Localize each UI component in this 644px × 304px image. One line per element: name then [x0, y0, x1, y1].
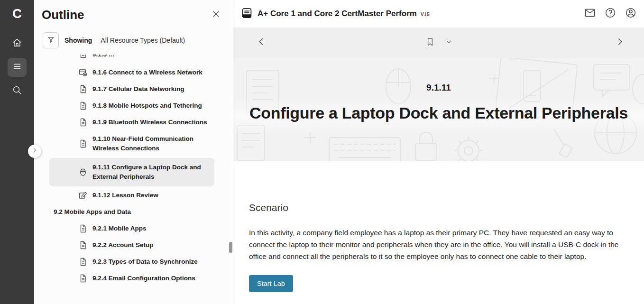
lesson-number: 9.1.11 — [233, 83, 644, 93]
outline-item-label: 9.2.3 Types of Data to Synchronize — [92, 257, 198, 267]
outline-item-label: 9.2 Mobile Apps and Data — [54, 207, 131, 217]
chevron-right-icon — [31, 147, 38, 156]
outline-item[interactable]: 9.1.9 Bluetooth Wireless Connections — [79, 118, 233, 127]
lesson-hero-banner: 9.1.11 Configure a Laptop Dock and Exter… — [233, 58, 644, 161]
search-button[interactable] — [8, 82, 27, 101]
course-version: V15 — [421, 11, 430, 17]
outline-item-label: 9.2.2 Account Setup — [92, 240, 154, 250]
document-icon — [79, 85, 87, 93]
outline-scrollbar-thumb[interactable] — [229, 242, 232, 253]
outline-item[interactable]: 9.1.5 … — [79, 55, 233, 61]
chevron-down-icon — [446, 38, 452, 47]
outline-item[interactable]: 9.2.1 Mobile Apps — [79, 224, 233, 233]
document-icon — [79, 118, 87, 127]
outline-item[interactable]: 9.1.12 Lesson Review — [79, 191, 233, 200]
outline-panel: Outline Showing All Resource Types (Defa… — [34, 0, 233, 304]
outline-item-label: 9.1.6 Connect to a Wireless Network — [92, 68, 202, 77]
outline-panel-title: Outline — [42, 8, 84, 22]
outline-item[interactable]: 9.2.4 Email Configuration Options — [79, 274, 233, 283]
filter-button[interactable] — [43, 32, 59, 48]
outline-list: 9.1.5 …9.1.6 Connect to a Wireless Netwo… — [34, 55, 233, 295]
course-title: A+ Core 1 and Core 2 CertMaster Perform — [258, 9, 417, 18]
previous-page-button[interactable] — [257, 37, 266, 48]
edit-icon — [79, 191, 87, 200]
filter-funnel-icon — [47, 36, 55, 46]
collapse-panel-button[interactable] — [28, 145, 41, 158]
home-button[interactable] — [8, 34, 27, 53]
outline-item-label: 9.1.12 Lesson Review — [92, 191, 158, 200]
lesson-title: Configure a Laptop Dock and External Per… — [233, 104, 644, 122]
mouse-icon — [79, 168, 87, 176]
comptia-logo: C — [0, 0, 34, 28]
bookmark-button[interactable] — [425, 37, 435, 49]
outline-item-label: 9.1.10 Near-Field Communication Wireless… — [92, 134, 212, 153]
outline-item[interactable]: 9.1.10 Near-Field Communication Wireless… — [79, 134, 233, 153]
chevron-left-icon — [257, 37, 266, 48]
help-button[interactable] — [605, 7, 616, 20]
account-icon — [625, 7, 636, 20]
outline-item-label: 9.1.5 … — [92, 55, 115, 59]
main-area: A+ Core 1 and Core 2 CertMaster Perform … — [233, 0, 644, 304]
outline-item[interactable]: 9.2.3 Types of Data to Synchronize — [79, 257, 233, 267]
lesson-content: Scenario In this activity, a company fie… — [233, 161, 644, 304]
search-icon — [12, 85, 22, 97]
home-icon — [12, 37, 22, 50]
outline-item[interactable]: 9.2.2 Account Setup — [79, 240, 233, 250]
messages-button[interactable] — [584, 7, 596, 20]
resource-filter-value: All Resource Types (Default) — [101, 37, 185, 44]
icon-rail: C — [0, 0, 34, 304]
start-lab-button[interactable]: Start Lab — [249, 275, 293, 292]
help-icon — [605, 7, 616, 20]
outline-item-label: 9.1.11 Configure a Laptop Dock and Exter… — [92, 163, 210, 182]
document-icon — [79, 55, 87, 58]
outline-item[interactable]: 9.1.8 Mobile Hotspots and Tethering — [79, 101, 233, 111]
outline-button[interactable] — [8, 58, 27, 77]
outline-item[interactable]: 9.1.7 Cellular Data Networking — [79, 84, 233, 94]
outline-item-label: 9.1.8 Mobile Hotspots and Tethering — [92, 101, 202, 111]
outline-item-label: 9.2.1 Mobile Apps — [92, 224, 147, 233]
demo-icon — [79, 68, 87, 77]
lesson-navbar — [233, 28, 644, 58]
document-icon — [79, 139, 87, 148]
outline-item-label: 9.1.7 Cellular Data Networking — [92, 84, 184, 94]
mail-icon — [584, 7, 596, 20]
close-icon — [212, 9, 221, 20]
scenario-heading: Scenario — [249, 202, 644, 213]
account-button[interactable] — [625, 7, 636, 20]
outline-item-label: 9.2.4 Email Configuration Options — [92, 274, 195, 283]
showing-label: Showing — [64, 37, 92, 44]
outline-section-header[interactable]: 9.2 Mobile Apps and Data — [54, 207, 233, 217]
document-icon — [79, 241, 87, 249]
outline-item[interactable]: 9.1.6 Connect to a Wireless Network — [79, 68, 233, 77]
outline-list-icon — [12, 61, 22, 74]
app: C — [0, 0, 644, 304]
scenario-paragraph: In this activity, a company field employ… — [249, 227, 626, 262]
document-icon — [79, 101, 87, 110]
course-book-icon — [241, 7, 253, 21]
document-icon — [79, 224, 87, 233]
chevron-right-icon — [616, 37, 624, 48]
bookmark-icon — [425, 37, 435, 49]
next-page-button[interactable] — [616, 37, 624, 48]
document-icon — [79, 274, 87, 283]
close-outline-button[interactable] — [212, 9, 221, 20]
app-header: A+ Core 1 and Core 2 CertMaster Perform … — [233, 0, 644, 28]
document-icon — [79, 258, 87, 266]
outline-item-label: 9.1.9 Bluetooth Wireless Connections — [92, 118, 207, 127]
bookmark-menu-button[interactable] — [446, 38, 452, 47]
outline-item[interactable]: 9.1.11 Configure a Laptop Dock and Exter… — [49, 158, 214, 186]
